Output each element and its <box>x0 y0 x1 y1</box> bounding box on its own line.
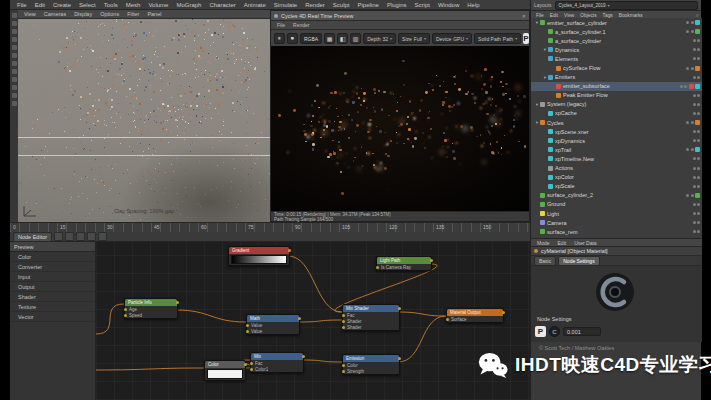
node-toolbar-icon[interactable] <box>54 232 63 241</box>
node-emission[interactable]: EmissionColorStrength <box>342 354 400 375</box>
visibility-dot[interactable] <box>686 21 689 24</box>
viewport-menu-display[interactable]: Display <box>70 11 96 17</box>
menubar-item-render[interactable]: Render <box>301 2 329 8</box>
attr-menu-mode[interactable]: Mode <box>533 240 554 246</box>
attr-menu-edit[interactable]: Edit <box>554 240 571 246</box>
tree-item-xpcolor[interactable]: xpColor <box>531 173 702 182</box>
visibility-dot[interactable] <box>693 112 696 115</box>
value-input[interactable]: 0.001 <box>563 327 601 336</box>
tag-icon[interactable] <box>695 29 700 34</box>
visibility-dot[interactable] <box>697 221 700 224</box>
tree-item-xpscene-xner[interactable]: xpScene.xner <box>531 127 702 136</box>
visibility-dot[interactable] <box>693 185 696 188</box>
menubar-item-plugins[interactable]: Plugins <box>383 2 411 8</box>
tree-item-cysurface-flow[interactable]: cySurface Flow <box>531 63 702 72</box>
tree-item-light[interactable]: Light <box>531 209 702 218</box>
node-toolbar-icon[interactable] <box>87 232 96 241</box>
tool-icon[interactable] <box>12 69 17 74</box>
menubar-item-mesh[interactable]: Mesh <box>122 2 145 8</box>
output-port[interactable] <box>502 311 505 314</box>
node-category-converter[interactable]: Converter <box>10 262 95 272</box>
menubar-item-mograph[interactable]: MoGraph <box>172 2 205 8</box>
channel-badge[interactable]: RGBA <box>300 33 322 44</box>
tree-item-a-surface-cylinder[interactable]: a_surface_cylinder <box>531 36 702 45</box>
visibility-dot[interactable] <box>693 176 696 179</box>
viewport-menu-options[interactable]: Options <box>96 11 123 17</box>
visibility-dot[interactable] <box>697 176 700 179</box>
render-field-depth[interactable]: Depth32▾ <box>363 33 396 44</box>
visibility-dot[interactable] <box>693 221 696 224</box>
output-port[interactable] <box>244 363 247 366</box>
viewport-menu-cameras[interactable]: Cameras <box>40 11 70 17</box>
tree-item-actions[interactable]: Actions <box>531 164 702 173</box>
render-field-solid-path[interactable]: Solid PathPath▾ <box>474 33 521 44</box>
om-menu-objects[interactable]: Objects <box>577 13 599 18</box>
visibility-dot[interactable] <box>697 48 700 51</box>
visibility-dot[interactable] <box>680 85 683 88</box>
visibility-dot[interactable] <box>697 185 700 188</box>
node-category-texture[interactable]: Texture <box>10 302 95 312</box>
visibility-dot[interactable] <box>697 157 700 160</box>
tool-icon[interactable] <box>12 37 17 42</box>
visibility-dot[interactable] <box>697 230 700 233</box>
visibility-dot[interactable] <box>691 194 694 197</box>
visibility-dot[interactable] <box>693 167 696 170</box>
viewport-menu-filter[interactable]: Filter <box>123 11 143 17</box>
visibility-dot[interactable] <box>693 103 696 106</box>
node-editor-tab-node-editor[interactable]: Node Editor <box>13 232 52 242</box>
tool-icon[interactable] <box>12 29 17 34</box>
tag-icon[interactable] <box>695 66 700 71</box>
tool-icon[interactable] <box>12 61 17 66</box>
tool-icon[interactable] <box>12 53 17 58</box>
visibility-dot[interactable] <box>697 57 700 60</box>
output-port[interactable] <box>288 249 291 252</box>
input-port[interactable] <box>250 362 253 365</box>
visibility-dot[interactable] <box>693 212 696 215</box>
tool-icon[interactable] <box>12 85 17 90</box>
color-swatch[interactable] <box>207 369 243 379</box>
grid-view-icon[interactable]: ▦ <box>324 33 335 44</box>
attr-tab-node-settings[interactable]: Node Settings <box>558 256 599 266</box>
tool-icon[interactable] <box>12 21 17 26</box>
menubar-item-volume[interactable]: Volume <box>144 2 172 8</box>
input-port[interactable] <box>342 364 345 367</box>
tag-icon[interactable] <box>695 193 700 198</box>
menubar-item-select[interactable]: Select <box>75 2 100 8</box>
visibility-dot[interactable] <box>697 203 700 206</box>
node-light-path[interactable]: Light PathIs Camera Ray <box>376 256 432 271</box>
tree-item-surface-cylinder-2[interactable]: surface_cylinder_2 <box>531 191 702 200</box>
om-menu-tags[interactable]: Tags <box>600 13 616 18</box>
tree-item-ground[interactable]: Ground <box>531 200 702 209</box>
visibility-dot[interactable] <box>697 94 700 97</box>
tree-item-xpcache[interactable]: xpCache <box>531 109 702 118</box>
tree-item-emitter-surface-cylinder[interactable]: ▾emitter_surface_cylinder <box>531 18 702 27</box>
tag-icon[interactable] <box>695 84 700 89</box>
visibility-dot[interactable] <box>684 85 687 88</box>
visibility-dot[interactable] <box>697 39 700 42</box>
stop-button[interactable]: ⏹ <box>287 33 298 44</box>
visibility-dot[interactable] <box>686 121 689 124</box>
tree-item-xpscale[interactable]: xpScale <box>531 182 702 191</box>
close-icon[interactable]: ✕ <box>522 13 526 19</box>
visibility-dot[interactable] <box>693 139 696 142</box>
menubar-item-help[interactable]: Help <box>463 2 483 8</box>
visibility-dot[interactable] <box>693 130 696 133</box>
om-menu-view[interactable]: View <box>561 13 577 18</box>
visibility-dot[interactable] <box>697 76 700 79</box>
render-menu-file[interactable]: File <box>273 22 289 28</box>
tree-item-dynamics[interactable]: ▾Dynamics <box>531 45 702 54</box>
render-canvas[interactable] <box>271 46 529 211</box>
visibility-dot[interactable] <box>693 76 696 79</box>
rows-view-icon[interactable]: ▥ <box>350 33 361 44</box>
tree-item-xptrail[interactable]: xpTrail <box>531 145 702 154</box>
om-menu-bookmarks[interactable]: Bookmarks <box>616 13 646 18</box>
node-material-output[interactable]: Material OutputSurface <box>446 308 504 323</box>
visibility-dot[interactable] <box>693 157 696 160</box>
render-field-size[interactable]: SizeFull▾ <box>398 33 430 44</box>
visibility-dot[interactable] <box>691 21 694 24</box>
visibility-dot[interactable] <box>693 94 696 97</box>
output-port[interactable] <box>430 259 433 262</box>
tree-item-xptimeline-new[interactable]: xpTimeline.New <box>531 154 702 163</box>
menubar-item-simulate[interactable]: Simulate <box>270 2 301 8</box>
om-menu-file[interactable]: File <box>533 13 547 18</box>
